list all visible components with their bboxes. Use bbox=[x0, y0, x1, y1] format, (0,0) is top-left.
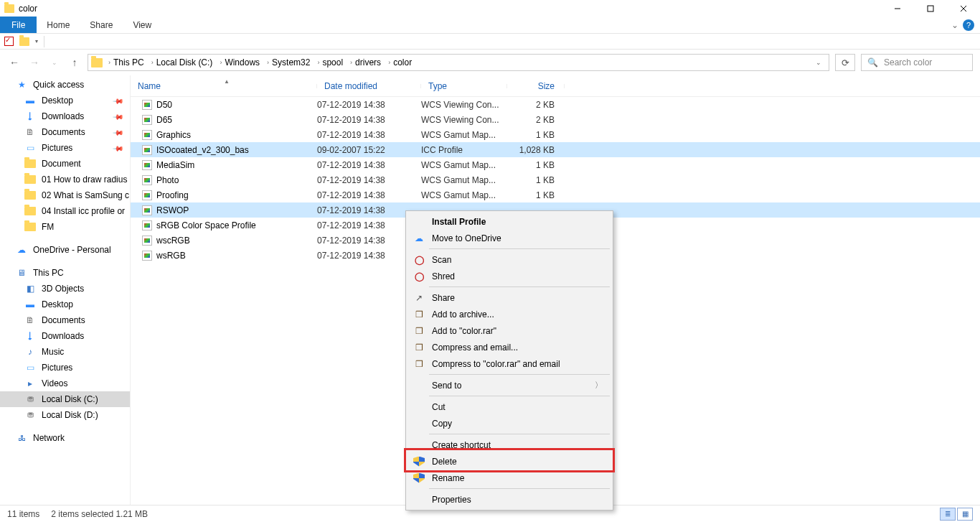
menu-item[interactable]: Rename bbox=[407, 470, 611, 486]
recent-dropdown-icon[interactable]: ⌄ bbox=[47, 59, 62, 66]
close-button[interactable] bbox=[947, 0, 980, 17]
chevron-right-icon[interactable]: › bbox=[220, 59, 222, 66]
menu-item[interactable]: Properties bbox=[407, 491, 611, 508]
search-input[interactable] bbox=[884, 57, 966, 67]
nav-item[interactable]: Downloads bbox=[0, 328, 130, 344]
nav-item[interactable]: Desktop bbox=[0, 297, 130, 312]
nav-item[interactable]: Desktop📌 bbox=[0, 93, 130, 108]
refresh-button[interactable]: ⟳ bbox=[835, 54, 855, 71]
file-icon bbox=[142, 130, 152, 140]
menu-item[interactable]: Compress and email... bbox=[407, 339, 611, 355]
nav-item[interactable]: Music bbox=[0, 344, 130, 360]
chevron-right-icon[interactable]: › bbox=[267, 59, 269, 66]
address-dropdown-icon[interactable]: ⌄ bbox=[811, 59, 826, 66]
chevron-right-icon[interactable]: › bbox=[388, 59, 390, 66]
menu-item[interactable]: Scan bbox=[407, 251, 611, 268]
nav-network[interactable]: Network bbox=[0, 430, 130, 446]
nav-quick-access[interactable]: Quick access bbox=[0, 77, 130, 93]
file-row[interactable]: Photo07-12-2019 14:38WCS Gamut Map...1 K… bbox=[131, 172, 980, 187]
nav-item[interactable]: Pictures📌 bbox=[0, 140, 130, 156]
nav-item[interactable]: Local Disk (C:) bbox=[0, 391, 130, 407]
nav-item[interactable]: 01 How to draw radius bbox=[0, 172, 130, 187]
file-row[interactable]: D6507-12-2019 14:38WCS Viewing Con...2 K… bbox=[131, 112, 980, 127]
file-name: wscRGB bbox=[156, 236, 190, 246]
file-icon bbox=[142, 220, 152, 230]
back-button[interactable]: ← bbox=[7, 57, 22, 68]
col-name[interactable]: Name▲ bbox=[131, 81, 317, 91]
pin-icon: 📌 bbox=[113, 142, 124, 154]
nav-pane[interactable]: Quick access Desktop📌Downloads📌Documents… bbox=[0, 75, 131, 505]
file-row[interactable]: D5007-12-2019 14:38WCS Viewing Con...2 K… bbox=[131, 97, 980, 112]
menu-item[interactable]: Add to "color.rar" bbox=[407, 322, 611, 339]
file-name: RSWOP bbox=[156, 205, 189, 215]
nav-item[interactable]: Pictures bbox=[0, 360, 130, 376]
breadcrumb: ›spool bbox=[314, 57, 346, 67]
chevron-right-icon[interactable]: › bbox=[317, 59, 319, 66]
chevron-right-icon[interactable]: › bbox=[108, 59, 110, 66]
minimize-button[interactable] bbox=[881, 0, 914, 17]
col-date[interactable]: Date modified bbox=[317, 81, 421, 91]
folder-icon bbox=[4, 4, 14, 13]
nav-item[interactable]: Videos bbox=[0, 376, 130, 391]
menu-item[interactable]: Install Profile bbox=[407, 213, 611, 230]
menu-item-label: Create shortcut bbox=[432, 440, 491, 450]
tab-view[interactable]: View bbox=[123, 17, 161, 33]
nav-item[interactable]: Document bbox=[0, 156, 130, 172]
menu-item[interactable]: Shred bbox=[407, 268, 611, 284]
menu-item[interactable]: Share bbox=[407, 289, 611, 306]
file-row[interactable]: Proofing07-12-2019 14:38WCS Gamut Map...… bbox=[131, 187, 980, 202]
menu-item-label: Shred bbox=[432, 271, 455, 281]
nav-item[interactable]: Documents bbox=[0, 312, 130, 328]
nav-this-pc[interactable]: This PC bbox=[0, 265, 130, 281]
nav-item[interactable]: Documents📌 bbox=[0, 124, 130, 140]
nav-item[interactable]: 04 Install icc profile or bbox=[0, 203, 130, 219]
file-row[interactable]: ISOcoated_v2_300_bas09-02-2007 15:22ICC … bbox=[131, 142, 980, 157]
file-name: Proofing bbox=[156, 190, 189, 200]
col-size[interactable]: Size bbox=[507, 81, 565, 91]
maximize-button[interactable] bbox=[914, 0, 947, 17]
menu-item[interactable]: Cut bbox=[407, 399, 611, 415]
3d-icon bbox=[24, 284, 36, 294]
menu-item[interactable]: Delete bbox=[407, 453, 611, 470]
tab-home[interactable]: Home bbox=[37, 17, 80, 33]
nav-item[interactable]: Downloads📌 bbox=[0, 108, 130, 124]
file-row[interactable]: MediaSim07-12-2019 14:38WCS Gamut Map...… bbox=[131, 157, 980, 172]
ribbon-collapse-icon[interactable]: ⌄ bbox=[951, 17, 958, 33]
menu-item[interactable]: Create shortcut bbox=[407, 437, 611, 453]
address-bar[interactable]: ›This PC ›Local Disk (C:) ›Windows ›Syst… bbox=[88, 54, 829, 71]
menu-item[interactable]: Send to〉 bbox=[407, 377, 611, 393]
menu-item-label: Rename bbox=[432, 473, 464, 483]
file-name: sRGB Color Space Profile bbox=[156, 220, 256, 230]
file-size: 2 KB bbox=[507, 100, 565, 110]
col-type[interactable]: Type bbox=[421, 81, 507, 91]
up-button[interactable]: ↑ bbox=[67, 57, 82, 68]
forward-button[interactable]: → bbox=[27, 57, 42, 68]
qat-newfolder-icon[interactable] bbox=[19, 37, 29, 46]
nav-item[interactable]: Local Disk (D:) bbox=[0, 407, 130, 423]
qat-properties-icon[interactable] bbox=[4, 37, 14, 46]
nav-item[interactable]: FM bbox=[0, 219, 130, 235]
qat-dropdown-icon[interactable]: ▾ bbox=[35, 38, 38, 45]
menu-item[interactable]: Move to OneDrive bbox=[407, 230, 611, 246]
file-icon bbox=[142, 115, 152, 125]
search-box[interactable]: 🔍 bbox=[861, 54, 973, 71]
menu-item-label: Cut bbox=[432, 402, 446, 412]
nav-item[interactable]: 3D Objects bbox=[0, 281, 130, 297]
menu-item[interactable]: Add to archive... bbox=[407, 306, 611, 322]
file-date: 07-12-2019 14:38 bbox=[317, 190, 421, 200]
menu-item[interactable]: Copy bbox=[407, 415, 611, 432]
chevron-right-icon[interactable]: › bbox=[350, 59, 352, 66]
chevron-right-icon[interactable]: › bbox=[151, 59, 154, 66]
file-size: 1 KB bbox=[507, 190, 565, 200]
nav-item[interactable]: 02 What is SamSung c bbox=[0, 187, 130, 203]
file-row[interactable]: Graphics07-12-2019 14:38WCS Gamut Map...… bbox=[131, 127, 980, 142]
tab-file[interactable]: File bbox=[0, 17, 37, 33]
shield-icon bbox=[413, 457, 425, 467]
view-details-button[interactable]: ≣ bbox=[940, 508, 956, 521]
nav-onedrive[interactable]: OneDrive - Personal bbox=[0, 242, 130, 258]
help-icon[interactable]: ? bbox=[963, 19, 974, 31]
network-icon bbox=[16, 433, 27, 443]
view-icons-button[interactable]: ▦ bbox=[957, 508, 973, 521]
tab-share[interactable]: Share bbox=[80, 17, 123, 33]
menu-item[interactable]: Compress to "color.rar" and email bbox=[407, 355, 611, 372]
